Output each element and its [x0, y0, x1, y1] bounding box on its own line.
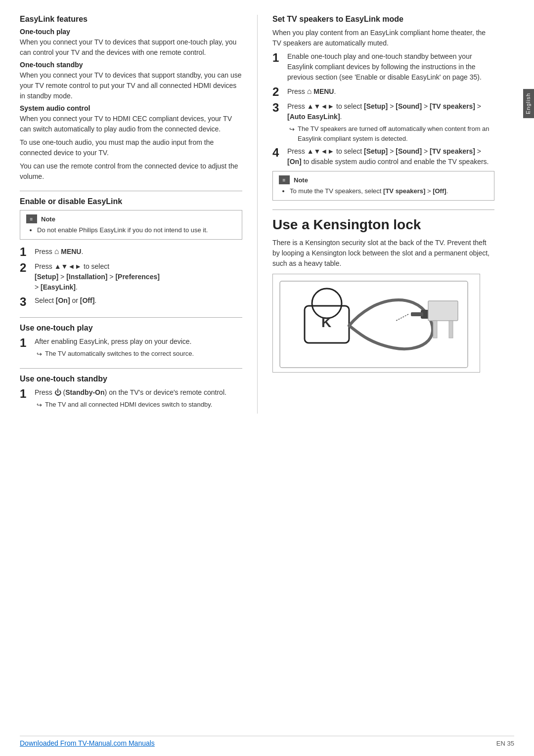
one-touch-standby-steps: 1 Press ⏻ (Standby-On) on the TV's or de… [20, 387, 242, 410]
divider-1 [20, 191, 242, 191]
one-touch-standby-section: Use one-touch standby 1 Press ⏻ (Standby… [20, 375, 242, 410]
divider-3 [20, 368, 242, 369]
one-touch-play-text: When you connect your TV to devices that… [20, 37, 242, 58]
one-touch-standby-section-title: Use one-touch standby [20, 375, 242, 383]
svg-text:K: K [321, 315, 331, 330]
kensington-section: Use a Kensington lock There is a Kensing… [272, 217, 494, 373]
set-tv-speakers-title: Set TV speakers to EasyLink mode [272, 15, 494, 24]
step-item: 3 Select [On] or [Off]. [20, 295, 242, 308]
footer: Downloaded From TV-Manual.com Manuals EN… [20, 736, 514, 747]
one-touch-play-section: Use one-touch play 1 After enabling Easy… [20, 324, 242, 359]
step-item: 2 Press ▲▼◄► to select [Setup] > [Instal… [20, 261, 242, 293]
note-icon: ≡ [26, 214, 37, 223]
kensington-title: Use a Kensington lock [272, 217, 494, 233]
note-label: Note [41, 215, 55, 223]
divider-right-1 [272, 210, 494, 210]
language-tab: English [523, 89, 534, 118]
step-item: 1 Press ⌂ MENU. [20, 246, 242, 258]
divider-2 [20, 317, 242, 318]
note-icon-2: ≡ [279, 175, 290, 184]
svg-rect-6 [428, 301, 458, 321]
system-audio-text1: When you connect your TV to HDMI CEC com… [20, 114, 242, 134]
enable-disable-title: Enable or disable EasyLink [20, 197, 242, 206]
svg-rect-8 [449, 321, 453, 338]
svg-rect-7 [433, 321, 437, 338]
enable-disable-section: Enable or disable EasyLink ≡ Note Do not… [20, 197, 242, 308]
system-audio-text2: To use one-touch audio, you must map the… [20, 137, 242, 158]
note-content-2: To mute the TV speakers, select [TV spea… [279, 186, 488, 196]
arrow-icon: ↪ [289, 125, 295, 134]
step-item: 1 After enabling EasyLink, press play on… [20, 336, 242, 359]
system-audio-title: System audio control [20, 104, 242, 112]
one-touch-standby-title: One-touch standby [20, 61, 242, 69]
one-touch-play-steps: 1 After enabling EasyLink, press play on… [20, 336, 242, 359]
set-tv-speakers-steps: 1 Enable one-touch play and one-touch st… [272, 51, 494, 167]
easylink-features-title: EasyLink features [20, 15, 242, 24]
step-item: 3 Press ▲▼◄► to select [Setup] > [Sound]… [272, 101, 494, 143]
kensington-description: There is a Kensington security slot at t… [272, 238, 494, 269]
svg-rect-0 [280, 281, 468, 368]
set-tv-speakers-section: Set TV speakers to EasyLink mode When yo… [272, 15, 494, 201]
one-touch-play-section-title: Use one-touch play [20, 324, 242, 333]
note-content: Do not enable Philips EasyLink if you do… [26, 225, 236, 235]
set-tv-speakers-intro: When you play content from an EasyLink c… [272, 28, 494, 48]
arrow-icon: ↪ [37, 349, 42, 359]
step-item: 2 Press ⌂ MENU. [272, 85, 494, 98]
enable-disable-steps: 1 Press ⌂ MENU. 2 Press ▲▼◄► to select [… [20, 246, 242, 309]
footer-link[interactable]: Downloaded From TV-Manual.com Manuals [20, 739, 155, 747]
note-label-2: Note [294, 176, 308, 184]
kensington-illustration: K [272, 274, 480, 373]
svg-rect-5 [411, 312, 423, 316]
step-item: 1 Press ⏻ (Standby-On) on the TV's or de… [20, 387, 242, 410]
step-item: 1 Enable one-touch play and one-touch st… [272, 51, 494, 83]
arrow-icon: ↪ [37, 400, 42, 410]
system-audio-text3: You can use the remote control from the … [20, 161, 242, 182]
one-touch-standby-text: When you connect your TV to devices that… [20, 70, 242, 101]
step-item: 4 Press ▲▼◄► to select [Setup] > [Sound]… [272, 146, 494, 167]
page-number: EN 35 [496, 740, 514, 747]
enable-disable-note: ≡ Note Do not enable Philips EasyLink if… [20, 210, 242, 240]
one-touch-play-title: One-touch play [20, 28, 242, 36]
easylink-features-section: EasyLink features One-touch play When yo… [20, 15, 242, 182]
tv-speakers-note: ≡ Note To mute the TV speakers, select [… [272, 171, 494, 201]
